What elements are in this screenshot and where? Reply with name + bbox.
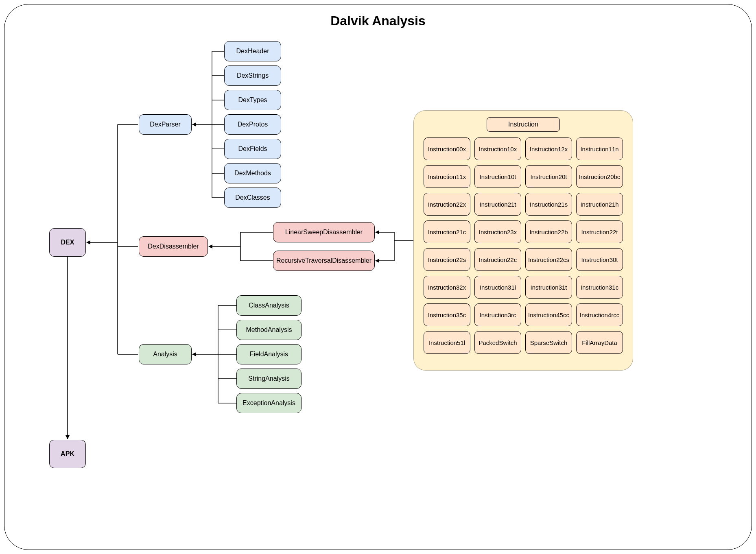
instruction-cell: Instruction51l xyxy=(424,331,470,354)
instruction-cell: Instruction20bc xyxy=(576,165,623,188)
instruction-cell: Instruction21c xyxy=(424,220,470,243)
instruction-cell: Instruction10x xyxy=(474,137,521,160)
diagram-container: Dalvik Analysis DEX APK DexParser DexDis… xyxy=(4,4,752,550)
instruction-cell: Instruction11n xyxy=(576,137,623,160)
instruction-cell: Instruction20t xyxy=(525,165,572,188)
instruction-cell: Instruction4rcc xyxy=(576,303,623,326)
node-dexparser: DexParser xyxy=(139,114,192,135)
instruction-cell: Instruction10t xyxy=(474,165,521,188)
instruction-cell: Instruction12x xyxy=(525,137,572,160)
node-dextypes: DexTypes xyxy=(224,90,281,110)
node-stringanalysis: StringAnalysis xyxy=(236,369,302,389)
instruction-cell: Instruction22c xyxy=(474,248,521,271)
instruction-cell: Instruction21h xyxy=(576,193,623,216)
node-dexprotos: DexProtos xyxy=(224,114,281,135)
node-analysis: Analysis xyxy=(139,344,192,364)
node-dexheader: DexHeader xyxy=(224,41,281,61)
instruction-cell: Instruction31t xyxy=(525,276,572,299)
instruction-cell: Instruction45cc xyxy=(525,303,572,326)
instruction-cell: FillArrayData xyxy=(576,331,623,354)
node-recursivetraversal: RecursiveTraversalDisassembler xyxy=(273,251,375,271)
node-dexclasses: DexClasses xyxy=(224,188,281,208)
diagram-title: Dalvik Analysis xyxy=(4,13,752,28)
instruction-cell: Instruction00x xyxy=(424,137,470,160)
instruction-cell: SparseSwitch xyxy=(525,331,572,354)
instruction-cell: Instruction22x xyxy=(424,193,470,216)
instruction-header: Instruction xyxy=(487,117,560,132)
instruction-cell: Instruction31c xyxy=(576,276,623,299)
instruction-cell: Instruction11x xyxy=(424,165,470,188)
node-exceptionanalysis: ExceptionAnalysis xyxy=(236,393,302,413)
instruction-cell: Instruction22s xyxy=(424,248,470,271)
node-apk: APK xyxy=(49,440,86,468)
instruction-cell: Instruction32x xyxy=(424,276,470,299)
instruction-cell: Instruction22b xyxy=(525,220,572,243)
node-classanalysis: ClassAnalysis xyxy=(236,295,302,316)
node-dex: DEX xyxy=(49,228,86,257)
node-dexdisassembler: DexDisassembler xyxy=(139,236,208,257)
instruction-cell: PackedSwitch xyxy=(474,331,521,354)
instruction-group: Instruction Instruction00xInstruction10x… xyxy=(413,110,633,371)
node-dexmethods: DexMethods xyxy=(224,163,281,183)
node-fieldanalysis: FieldAnalysis xyxy=(236,344,302,364)
instruction-cell: Instruction21s xyxy=(525,193,572,216)
instruction-cell: Instruction30t xyxy=(576,248,623,271)
instruction-cell: Instruction35c xyxy=(424,303,470,326)
instruction-cell: Instruction22t xyxy=(576,220,623,243)
instruction-grid: Instruction00xInstruction10xInstruction1… xyxy=(424,137,623,354)
diagram-edges xyxy=(4,4,752,550)
node-methodanalysis: MethodAnalysis xyxy=(236,320,302,340)
instruction-cell: Instruction21t xyxy=(474,193,521,216)
instruction-cell: Instruction22cs xyxy=(525,248,572,271)
instruction-cell: Instruction3rc xyxy=(474,303,521,326)
node-linearsweep: LinearSweepDisassembler xyxy=(273,222,375,242)
instruction-cell: Instruction23x xyxy=(474,220,521,243)
node-dexstrings: DexStrings xyxy=(224,65,281,86)
instruction-cell: Instruction31i xyxy=(474,276,521,299)
node-dexfields: DexFields xyxy=(224,139,281,159)
